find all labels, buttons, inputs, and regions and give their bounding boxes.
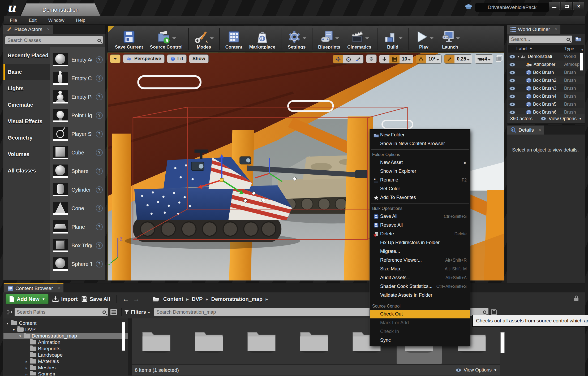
help-icon[interactable]: ? <box>96 93 103 100</box>
sidebar-item-volumes[interactable]: Volumes <box>3 146 50 162</box>
close-icon[interactable]: × <box>539 128 541 132</box>
menu-item-size-map[interactable]: Size Map...Alt+Shift+M <box>370 265 470 273</box>
add-new-button[interactable]: Add New ▼ <box>6 294 49 304</box>
viewport-options-button[interactable] <box>110 54 121 63</box>
outliner-row[interactable]: +Box Brush3Brush <box>508 84 584 92</box>
tutorial-cap-icon[interactable] <box>464 4 473 11</box>
place-item-sphere[interactable]: Sphere? <box>53 162 105 180</box>
close-icon[interactable]: × <box>58 286 60 291</box>
column-label[interactable]: Label <box>516 46 527 51</box>
maximize-viewport-icon[interactable] <box>496 55 503 62</box>
close-icon[interactable]: × <box>555 27 557 32</box>
visibility-eye-icon[interactable] <box>508 79 516 83</box>
help-icon[interactable]: ? <box>96 242 103 249</box>
menu-item-validate-assets-in-folder[interactable]: Validate Assets in Folder <box>370 291 470 300</box>
show-button[interactable]: Show <box>189 54 209 63</box>
tree-item-dvp[interactable]: ▾DVP <box>3 326 128 333</box>
sidebar-item-lights[interactable]: Lights <box>3 80 50 97</box>
scale-tool-button[interactable] <box>353 55 363 63</box>
visibility-eye-icon[interactable] <box>508 63 516 67</box>
scale-snap-toggle[interactable] <box>444 55 454 63</box>
rotate-tool-button[interactable] <box>343 55 353 63</box>
tree-item-sounds[interactable]: ▹Sounds <box>3 371 128 375</box>
menu-item-show-in-explorer[interactable]: Show in Explorer <box>370 167 470 176</box>
tree-item-demonstration_map[interactable]: ▾Demonstration_map <box>3 333 128 339</box>
marketplace-button[interactable]: Marketplace <box>246 27 279 51</box>
sidebar-item-visual-effects[interactable]: Visual Effects <box>3 113 50 129</box>
save-all-button[interactable]: Save All <box>81 296 110 302</box>
place-item-cylinder[interactable]: Cylinder? <box>53 180 105 199</box>
menu-item-set-color[interactable]: Set Color <box>370 184 470 193</box>
sidebar-item-recently-placed[interactable]: Recently Placed <box>3 47 50 64</box>
menu-item-show-in-new-content-browser[interactable]: Show in New Content Browser <box>370 139 470 148</box>
save-search-icon[interactable] <box>491 309 497 315</box>
document-tab[interactable]: Demonstration <box>21 3 100 16</box>
minimize-button[interactable] <box>549 2 560 10</box>
outliner-row[interactable]: AtmospherAtmospl <box>508 60 584 68</box>
angle-snap-value[interactable]: 10° <box>426 55 441 63</box>
place-item-plane[interactable]: Plane? <box>53 218 105 236</box>
chevron-down-icon[interactable]: ▾ <box>12 328 16 332</box>
surface-snap-button[interactable] <box>379 55 389 63</box>
tree-item-meshes[interactable]: ▹Meshes <box>3 365 128 371</box>
help-icon[interactable]: ? <box>96 205 103 212</box>
launch-button[interactable]: Launch <box>437 27 463 51</box>
sources-toggle-icon[interactable] <box>6 309 13 315</box>
tab-place-actors[interactable]: Place Actors × <box>3 25 53 34</box>
place-item-sphere[interactable]: Empty Act? <box>53 50 105 69</box>
place-item-spheretrigger[interactable]: Sphere Tri? <box>53 255 105 273</box>
search-classes-input[interactable]: Search Classes <box>5 36 103 44</box>
visibility-eye-icon[interactable] <box>508 94 516 98</box>
menu-item-delete[interactable]: DeleteDelete <box>370 230 470 238</box>
help-icon[interactable]: ? <box>96 168 103 175</box>
menu-item-check-in[interactable]: Check In <box>370 327 470 336</box>
close-icon[interactable]: × <box>47 27 50 32</box>
chevron-down-icon[interactable]: ▾ <box>6 321 9 325</box>
cinematics-button[interactable]: Cinematics <box>344 27 375 51</box>
outliner-view-options[interactable]: View Options ▼ <box>540 116 582 122</box>
help-icon[interactable]: ? <box>96 131 103 137</box>
visibility-eye-icon[interactable] <box>508 110 516 114</box>
asset-scrollbar[interactable] <box>500 332 505 353</box>
menu-edit[interactable]: Edit <box>29 18 36 23</box>
outliner-scrollbar[interactable] <box>580 53 583 71</box>
help-icon[interactable]: ? <box>96 112 103 119</box>
place-item-boxtrigger[interactable]: Box Trigge? <box>53 236 105 255</box>
build-button[interactable]: Build <box>380 27 406 51</box>
menu-item-reference-viewer[interactable]: Reference Viewer...Alt+Shift+R <box>370 256 470 265</box>
menu-item-resave-all[interactable]: Resave All <box>370 221 470 230</box>
sidebar-item-geometry[interactable]: Geometry <box>3 129 50 146</box>
content-button[interactable]: Content <box>222 27 246 51</box>
settings-button[interactable]: Settings <box>284 27 310 51</box>
folder-tile[interactable] <box>291 325 337 364</box>
tree-item-landscape[interactable]: Landscape <box>3 352 128 358</box>
camera-speed-button[interactable]: 4 <box>475 55 493 63</box>
maximize-button[interactable] <box>561 2 572 10</box>
outliner-row[interactable]: +Box BrushBrush <box>508 68 584 76</box>
menu-item-migrate[interactable]: Migrate... <box>370 247 470 256</box>
forward-button[interactable]: → <box>133 295 140 303</box>
place-item-bulb[interactable]: Point Ligh? <box>53 106 105 125</box>
help-icon[interactable]: ? <box>96 186 103 193</box>
angle-snap-toggle[interactable] <box>416 55 426 63</box>
import-button[interactable]: Import <box>52 296 78 302</box>
tree-splitter[interactable] <box>128 318 132 375</box>
place-item-pawn[interactable]: Empty Pav? <box>53 88 105 106</box>
blueprints-button[interactable]: Blueprints <box>315 27 344 51</box>
menu-item-check-out[interactable]: Check Out <box>370 310 470 318</box>
lit-button[interactable]: Lit <box>167 54 187 63</box>
search-paths-input[interactable]: Search Paths <box>15 308 108 316</box>
tree-item-animation[interactable]: Animation <box>3 339 128 345</box>
breadcrumb-dvp[interactable]: DVP <box>192 296 203 302</box>
perspective-button[interactable]: Perspective <box>123 54 165 63</box>
tab-details[interactable]: i Details × <box>507 126 544 135</box>
help-icon[interactable]: ? <box>96 56 103 63</box>
menu-item-add-to-favorites[interactable]: Add To Favorites <box>370 193 470 202</box>
outliner-row[interactable]: ▾DemonstratiWorld <box>508 53 584 60</box>
menu-file[interactable]: File <box>10 18 17 23</box>
cb-view-options[interactable]: View Options ▼ <box>456 367 497 373</box>
folder-tile[interactable] <box>134 325 179 364</box>
outliner-row[interactable]: +Box Brush2Brush <box>508 76 584 84</box>
menu-window[interactable]: Window <box>48 18 64 23</box>
modes-button[interactable]: Modes <box>191 27 217 51</box>
